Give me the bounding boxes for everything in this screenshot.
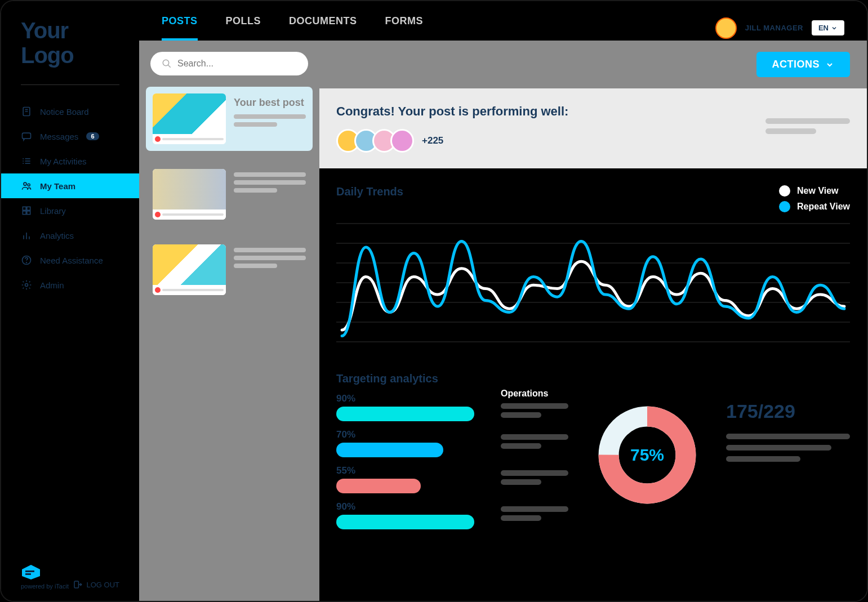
progress-bar xyxy=(336,479,421,493)
placeholder-line xyxy=(234,180,306,185)
svg-rect-12 xyxy=(23,207,26,210)
sidebar: Your Logo Notice Board Messages 6 My Act… xyxy=(1,1,139,601)
nav-label: My Team xyxy=(40,181,75,191)
placeholder-line xyxy=(234,114,306,119)
svg-point-20 xyxy=(26,262,27,263)
avatar[interactable] xyxy=(715,17,737,39)
nav-label: Library xyxy=(40,206,66,216)
svg-rect-14 xyxy=(23,211,26,215)
nav-label: Notice Board xyxy=(40,107,89,117)
svg-point-10 xyxy=(24,182,26,185)
placeholder-line xyxy=(726,445,831,451)
grid-icon xyxy=(21,205,32,216)
tab-posts[interactable]: POSTS xyxy=(162,15,198,41)
nav-label: My Activities xyxy=(40,157,87,166)
sidebar-item-messages[interactable]: Messages 6 xyxy=(1,124,139,149)
svg-rect-15 xyxy=(27,211,30,215)
bar-side xyxy=(501,434,568,452)
bar-row: 70% xyxy=(336,429,568,457)
list-icon xyxy=(21,155,32,167)
messages-badge: 6 xyxy=(86,132,99,140)
bars-column: Targeting analytics 90% Operations xyxy=(336,372,568,537)
sidebar-item-assistance[interactable]: Need Assistance xyxy=(1,248,139,273)
viewer-avatar[interactable] xyxy=(390,129,414,153)
actions-label: ACTIONS xyxy=(772,59,820,70)
help-icon xyxy=(21,255,32,266)
post-card[interactable] xyxy=(146,238,313,302)
posts-column: Your best post xyxy=(139,41,319,601)
daily-trends-section: Daily Trends New View Repeat View xyxy=(319,168,867,355)
daily-trends-title: Daily Trends xyxy=(336,185,403,198)
chart-icon xyxy=(21,230,32,241)
donut-chart: 75% xyxy=(597,404,698,506)
trends-chart xyxy=(336,218,850,347)
congrats-title: Congrats! Your post is performing well: xyxy=(336,104,765,119)
logo-line1: Your xyxy=(21,18,119,43)
chat-icon xyxy=(21,131,32,142)
chevron-down-icon xyxy=(825,60,834,69)
sidebar-item-library[interactable]: Library xyxy=(1,198,139,223)
legend-label: New View xyxy=(797,186,839,196)
topbar: POSTS POLLS DOCUMENTS FORMS JILL MANAGER… xyxy=(139,1,867,41)
bar-row: 90% xyxy=(336,501,568,529)
tab-forms[interactable]: FORMS xyxy=(385,15,424,41)
donut-column: 75% xyxy=(591,372,704,537)
post-card[interactable] xyxy=(146,162,313,226)
sidebar-item-analytics[interactable]: Analytics xyxy=(1,223,139,248)
doc-icon xyxy=(21,106,32,117)
username: JILL MANAGER xyxy=(745,24,803,32)
team-icon xyxy=(21,180,32,191)
search-wrap[interactable] xyxy=(150,52,308,75)
chevron-down-icon xyxy=(831,25,838,32)
bar-side xyxy=(501,470,568,488)
gear-icon xyxy=(21,279,32,291)
search-icon xyxy=(162,59,172,69)
post-card-best[interactable]: Your best post xyxy=(146,87,313,151)
powered-by: powered by iTacit xyxy=(21,564,69,590)
tab-polls[interactable]: POLLS xyxy=(226,15,261,41)
sidebar-item-notice-board[interactable]: Notice Board xyxy=(1,99,139,124)
post-title: Your best post xyxy=(234,97,306,109)
progress-bar xyxy=(336,443,443,457)
placeholder-line xyxy=(234,172,306,177)
sidebar-item-my-team[interactable]: My Team xyxy=(1,173,139,198)
sidebar-item-admin[interactable]: Admin xyxy=(1,273,139,297)
congrats-panel: Congrats! Your post is performing well: … xyxy=(319,88,867,168)
congrats-placeholder xyxy=(765,118,850,139)
operations-label: Operations xyxy=(501,389,568,399)
svg-rect-24 xyxy=(74,581,79,588)
svg-rect-3 xyxy=(23,133,31,139)
svg-point-11 xyxy=(28,184,30,186)
plus-count: +225 xyxy=(422,135,443,146)
search-input[interactable] xyxy=(177,59,297,69)
placeholder-line xyxy=(234,122,277,127)
targeting-section: Targeting analytics 90% Operations xyxy=(319,355,867,554)
itacit-icon xyxy=(21,564,41,581)
logout-button[interactable]: LOG OUT xyxy=(73,579,119,590)
bar-side xyxy=(501,506,568,524)
stats-column: 175/229 xyxy=(726,372,850,537)
placeholder-line xyxy=(726,456,800,462)
avatar-row: +225 xyxy=(336,129,765,153)
stats-number: 175/229 xyxy=(726,400,850,422)
placeholder-line xyxy=(234,188,277,193)
legend-label: Repeat View xyxy=(797,202,850,212)
placeholder-line xyxy=(726,434,850,439)
tab-documents[interactable]: DOCUMENTS xyxy=(289,15,357,41)
legend-repeat-view: Repeat View xyxy=(779,201,850,212)
user-area: JILL MANAGER EN xyxy=(715,17,844,39)
progress-bar xyxy=(336,407,474,421)
legend-new-view: New View xyxy=(779,185,850,197)
actions-button[interactable]: ACTIONS xyxy=(756,52,851,77)
legend-dot-icon xyxy=(779,201,790,212)
language-selector[interactable]: EN xyxy=(812,20,844,35)
sidebar-item-activities[interactable]: My Activities xyxy=(1,149,139,173)
sidebar-footer: powered by iTacit LOG OUT xyxy=(1,564,139,590)
post-info xyxy=(234,244,306,295)
logo: Your Logo xyxy=(1,18,139,84)
content: Your best post xyxy=(139,41,867,601)
bar-row: 90% Operations xyxy=(336,389,568,421)
bar-row: 55% xyxy=(336,465,568,493)
detail-panel: ACTIONS Congrats! Your post is performin… xyxy=(319,41,867,601)
post-info xyxy=(234,169,306,220)
